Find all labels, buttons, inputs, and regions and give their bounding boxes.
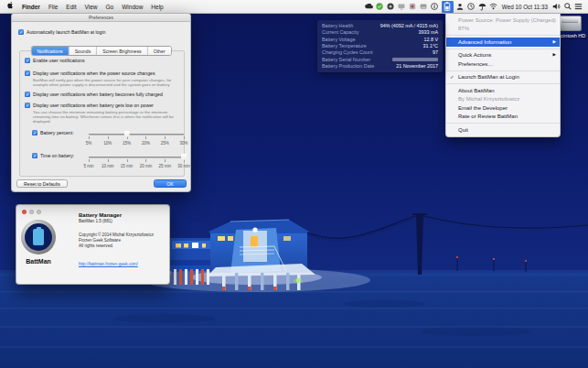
current-capacity-value: 3933 mA (418, 29, 438, 36)
menubar-menu-go[interactable]: Go (106, 4, 114, 10)
battery-voltage-row: Battery Voltage 12.8 V (322, 37, 438, 43)
info-status-icon[interactable] (431, 1, 439, 13)
percent-tick-10: 10% (98, 141, 118, 146)
clock-status-icon[interactable] (467, 1, 476, 13)
time-on-battery-checkbox[interactable]: Time on battery: (32, 153, 74, 159)
notification-center-icon[interactable] (574, 1, 583, 13)
battery-icon (33, 229, 44, 245)
about-window: BattMan Battery Manager BattMan 1.5 (881… (16, 204, 170, 285)
low-power-checkbox[interactable]: Display user notifications when battery … (25, 103, 154, 109)
tab-screen-brightness[interactable]: Screen Brightness (97, 47, 147, 55)
desktop: Finder File Edit View Go Window Help (0, 0, 588, 368)
submenu-arrow-icon (553, 52, 556, 59)
battery-serial-label: Battery Serial Number (322, 57, 370, 63)
menubar-menu-edit[interactable]: Edit (66, 4, 76, 10)
launch-at-login-label: Launch BattMan at Login (458, 74, 519, 80)
display-status-icon[interactable] (398, 1, 406, 13)
menu-item-quit[interactable]: Quit (446, 125, 560, 135)
menubar-menu-window[interactable]: Window (122, 4, 143, 10)
charging-cycles-label: Charging Cycles Count (322, 49, 372, 56)
menubar-menu-help[interactable]: Help (151, 4, 163, 10)
menubar-clock[interactable]: Wed 10 Oct 11:33 (502, 4, 548, 10)
battery-temperature-label: Battery Temperature (322, 43, 367, 49)
charging-cycles-row: Charging Cycles Count 97 (322, 49, 438, 56)
battery-percent-slider[interactable] (89, 134, 184, 135)
percent-tick-25: 25% (155, 141, 175, 146)
ok-button[interactable]: OK (154, 179, 187, 188)
time-tick-30: 30 min (174, 164, 194, 168)
menu-separator (446, 70, 560, 71)
onepassword-status-icon[interactable] (409, 1, 417, 13)
power-source-checkbox[interactable]: Display user notifications when the powe… (25, 70, 155, 77)
time-tick-5: 5 min (79, 164, 99, 168)
menu-item-by-author: By Michal Krzysztofowicz (446, 95, 560, 104)
menu-item-advanced-information[interactable]: Advanced Information (446, 38, 560, 47)
tab-notifications[interactable]: Notifications (31, 47, 69, 55)
apple-menu[interactable] (6, 2, 14, 11)
auto-launch-label: Automatically launch BattMan at login (27, 29, 106, 36)
percent-tick-30: 30% (174, 141, 194, 146)
battery-temperature-row: Battery Temperature 31.1°C (322, 43, 438, 49)
time-tick-20: 20 min (135, 164, 155, 168)
minimize-button[interactable] (29, 210, 34, 214)
cloud-status-icon[interactable] (365, 1, 373, 13)
menu-item-percent: 87% (446, 25, 560, 34)
user-status-icon[interactable] (456, 1, 465, 13)
tick (165, 159, 166, 162)
about-website-link[interactable]: http://battman.frozen-geek.com/ (79, 262, 138, 266)
apple-icon (6, 2, 14, 10)
menu-item-email-developer[interactable]: Email the Developer (446, 103, 560, 113)
menu-item-preferences[interactable]: Preferences… (446, 60, 560, 69)
battery-percent-label: Battery percent: (40, 130, 74, 136)
tab-sounds[interactable]: Sounds (69, 47, 98, 55)
battman-menubar-icon[interactable] (442, 1, 454, 13)
reset-to-defaults-button[interactable]: Reset to Defaults (16, 179, 68, 188)
preferences-title-bar[interactable]: Preferences (12, 14, 190, 22)
battery-voltage-label: Battery Voltage (322, 37, 356, 43)
low-power-label: Display user notifications when battery … (33, 103, 154, 109)
current-capacity-row: Current Capacity 3933 mA (322, 29, 438, 36)
window-title: Preferences (89, 15, 113, 20)
percent-tick-15: 15% (117, 141, 137, 146)
menubar-menu-file[interactable]: File (48, 4, 58, 10)
menubar-menu-view[interactable]: View (85, 4, 98, 10)
checkbox-checked-icon (25, 58, 30, 63)
menu-item-rate-review[interactable]: Rate or Review BattMan (446, 113, 560, 122)
auto-launch-checkbox[interactable]: Automatically launch BattMan at login (18, 29, 106, 36)
checkbox-checked-icon (32, 130, 37, 135)
battery-percent-checkbox[interactable]: Battery percent: (32, 130, 74, 136)
about-copyright-line1: Copyright © 2014 Michal Krzysztofowicz (79, 233, 154, 238)
tick (145, 159, 146, 162)
battery-health-label: Battery Health (322, 23, 353, 29)
menu-item-about-battman[interactable]: About BattMan (446, 86, 560, 95)
close-button[interactable] (22, 210, 27, 214)
battery-production-row: Battery Production Date 21 November 2017 (322, 63, 438, 70)
menubar-app-finder[interactable]: Finder (22, 4, 40, 10)
percent-tick-20: 20% (135, 141, 155, 146)
checkbox-checked-icon (25, 92, 30, 97)
sync-ok-status-icon[interactable] (376, 1, 384, 13)
tick (89, 136, 90, 139)
enable-notifications-label: Enable user notifications (33, 58, 85, 64)
tab-other[interactable]: Other (148, 47, 171, 55)
umbrella-status-icon[interactable] (478, 1, 486, 13)
keyboard-status-icon[interactable] (420, 1, 428, 13)
battery-production-value: 21 November 2017 (396, 63, 438, 70)
menu-item-quick-actions[interactable]: Quick Actions (446, 51, 560, 60)
spotlight-icon[interactable] (563, 1, 572, 13)
fully-charged-checkbox[interactable]: Display user notifications when battery … (25, 92, 163, 98)
time-tick-25: 25 min (155, 164, 175, 168)
checkbox-checked-icon (18, 29, 24, 35)
battery-serial-redacted (392, 58, 438, 62)
battery-health-row: Battery Health 94% (4092 mA / 4315 mA) (322, 23, 438, 29)
zoom-button[interactable] (37, 210, 41, 214)
wifi-status-icon[interactable] (489, 1, 497, 13)
volume-status-icon[interactable] (552, 1, 561, 13)
enable-notifications-checkbox[interactable]: Enable user notifications (25, 58, 85, 64)
battman-app-icon (21, 220, 56, 254)
camera-status-icon[interactable] (387, 1, 395, 13)
time-on-battery-slider[interactable] (89, 157, 184, 158)
menu-bar: Finder File Edit View Go Window Help (0, 0, 588, 14)
menu-item-launch-at-login[interactable]: ✓ Launch BattMan at Login (446, 73, 560, 82)
window-controls (22, 210, 41, 214)
